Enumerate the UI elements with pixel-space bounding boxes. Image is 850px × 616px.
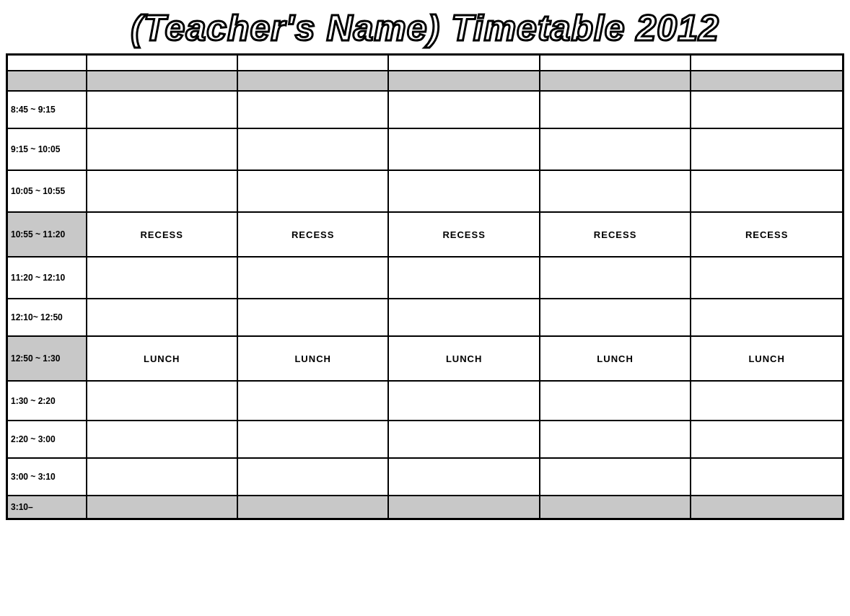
day-cell: LUNCH [87,336,237,381]
day-cell: RECESS [540,212,691,257]
day-cell: RECESS [237,212,388,257]
day-cell [388,299,539,336]
day-cell: LUNCH [388,336,539,381]
day-cell [237,128,388,170]
table-row: 8:45 ~ 9:15 [7,91,844,128]
day-cell [87,421,237,458]
time-cell: 3:10– [7,496,87,519]
day-cell [388,257,539,299]
day-cell: LUNCH [237,336,388,381]
time-cell: 1:30 ~ 2:20 [7,381,87,421]
table-row: 2:20 ~ 3:00 [7,421,844,458]
day-cell: RECESS [87,212,237,257]
day-cell [388,91,539,128]
header-thursday [540,55,691,71]
day-cell [540,71,691,91]
day-cell [691,421,843,458]
time-cell: 12:10~ 12:50 [7,299,87,336]
day-cell [691,458,843,496]
header-time [7,55,87,71]
day-cell [237,299,388,336]
time-cell: 2:20 ~ 3:00 [7,421,87,458]
day-cell [87,381,237,421]
day-cell [237,381,388,421]
time-cell [7,71,87,91]
day-cell [237,496,388,519]
table-row: 3:10– [7,496,844,519]
header-row [7,55,844,71]
day-cell [388,170,539,212]
day-cell [540,299,691,336]
table-row: 10:05 ~ 10:55 [7,170,844,212]
table-row: 11:20 ~ 12:10 [7,257,844,299]
day-cell [237,71,388,91]
day-cell [237,421,388,458]
day-cell [540,91,691,128]
day-cell [237,91,388,128]
day-cell [691,170,843,212]
header-monday [87,55,237,71]
day-cell [388,71,539,91]
day-cell: LUNCH [540,336,691,381]
day-cell [540,421,691,458]
table-row: 9:15 ~ 10:05 [7,128,844,170]
day-cell [691,128,843,170]
day-cell [691,91,843,128]
day-cell [87,458,237,496]
day-cell [388,421,539,458]
time-cell: 10:55 ~ 11:20 [7,212,87,257]
day-cell [540,128,691,170]
day-cell [87,170,237,212]
day-cell [540,496,691,519]
time-cell: 11:20 ~ 12:10 [7,257,87,299]
table-row: 12:10~ 12:50 [7,299,844,336]
day-cell [237,458,388,496]
time-cell: 8:45 ~ 9:15 [7,91,87,128]
day-cell: RECESS [691,212,843,257]
day-cell: RECESS [388,212,539,257]
table-row: 12:50 ~ 1:30LUNCHLUNCHLUNCHLUNCHLUNCH [7,336,844,381]
day-cell [540,170,691,212]
timetable-body: 8:45 ~ 9:159:15 ~ 10:0510:05 ~ 10:5510:5… [7,71,844,519]
day-cell [87,299,237,336]
table-row: 10:55 ~ 11:20RECESSRECESSRECESSRECESSREC… [7,212,844,257]
header-wednesday [388,55,539,71]
table-row: 3:00 ~ 3:10 [7,458,844,496]
page-title: (Teacher's Name) Timetable 2012 [0,0,850,53]
day-cell [388,496,539,519]
header-friday [691,55,843,71]
day-cell [237,170,388,212]
day-cell [388,458,539,496]
day-cell [691,381,843,421]
timetable: 8:45 ~ 9:159:15 ~ 10:0510:05 ~ 10:5510:5… [6,53,844,520]
day-cell [87,496,237,519]
day-cell [540,257,691,299]
day-cell [388,128,539,170]
time-cell: 3:00 ~ 3:10 [7,458,87,496]
time-cell: 12:50 ~ 1:30 [7,336,87,381]
day-cell [540,381,691,421]
header-tuesday [237,55,388,71]
timetable-wrapper: 8:45 ~ 9:159:15 ~ 10:0510:05 ~ 10:5510:5… [0,53,850,526]
table-row: 1:30 ~ 2:20 [7,381,844,421]
day-cell [87,71,237,91]
day-cell [691,299,843,336]
day-cell [540,458,691,496]
day-cell [388,381,539,421]
time-cell: 9:15 ~ 10:05 [7,128,87,170]
table-row [7,71,844,91]
day-cell [691,496,843,519]
time-cell: 10:05 ~ 10:55 [7,170,87,212]
day-cell [691,257,843,299]
day-cell: LUNCH [691,336,843,381]
day-cell [87,128,237,170]
day-cell [237,257,388,299]
day-cell [691,71,843,91]
day-cell [87,91,237,128]
day-cell [87,257,237,299]
